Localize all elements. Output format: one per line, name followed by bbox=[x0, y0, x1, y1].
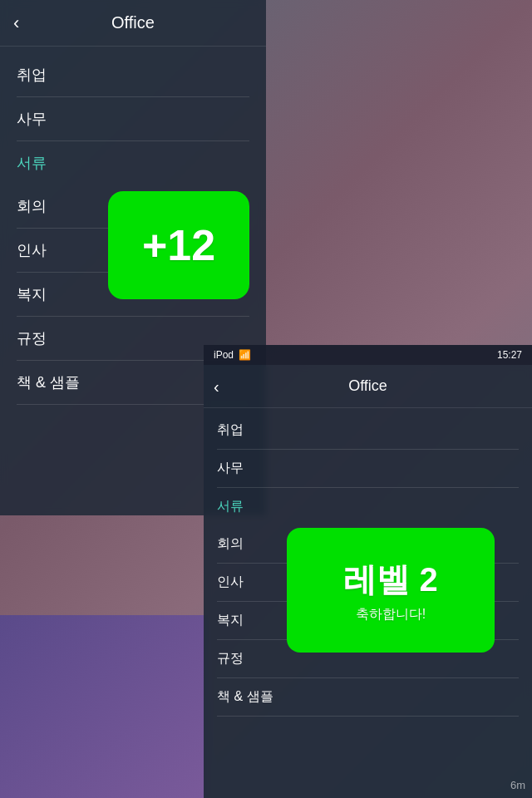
bottom-menu-item-서류[interactable]: 서류 bbox=[217, 488, 519, 525]
bottom-menu-item-취업[interactable]: 취업 bbox=[217, 411, 519, 450]
menu-item-서류[interactable]: 서류 bbox=[17, 141, 249, 185]
top-panel-header: ‹ Office bbox=[0, 0, 266, 47]
wifi-icon: 📶 bbox=[239, 349, 251, 361]
bottom-menu-item-사무[interactable]: 사무 bbox=[217, 450, 519, 488]
bottom-menu-item-책샘플[interactable]: 책 & 샘플 bbox=[217, 678, 519, 717]
timestamp: 6m bbox=[510, 779, 525, 791]
level-badge-title: 레벨 2 bbox=[343, 557, 437, 603]
level-badge-subtitle: 축하합니다! bbox=[356, 606, 426, 623]
plus-badge: +12 bbox=[108, 191, 249, 299]
time-display: 15:27 bbox=[497, 349, 522, 361]
top-panel-title: Office bbox=[111, 13, 155, 32]
bottom-panel-back-button[interactable]: ‹ bbox=[214, 378, 219, 395]
purple-bg-block bbox=[0, 615, 208, 798]
bottom-panel-header: ‹ Office bbox=[204, 365, 532, 408]
device-label: iPod bbox=[214, 349, 234, 361]
level-badge: 레벨 2 축하합니다! bbox=[287, 528, 495, 653]
bottom-panel-title: Office bbox=[348, 377, 387, 395]
status-bar: iPod 📶 15:27 bbox=[204, 345, 532, 365]
menu-item-취업[interactable]: 취업 bbox=[17, 53, 249, 97]
menu-item-사무[interactable]: 사무 bbox=[17, 97, 249, 141]
top-panel-back-button[interactable]: ‹ bbox=[13, 14, 19, 32]
